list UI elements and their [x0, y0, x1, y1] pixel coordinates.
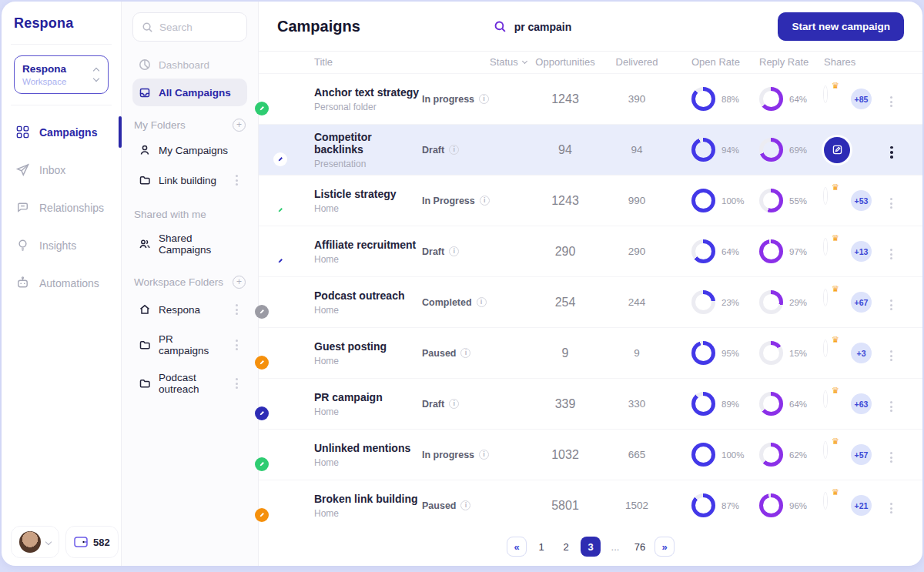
table-row[interactable]: Unlinked mentions Home In progress i 103…	[259, 429, 922, 480]
nav-item-relationships[interactable]: Relationships	[14, 189, 109, 226]
add-folder-button[interactable]: +	[233, 276, 246, 289]
table-row[interactable]: Guest posting Home Paused i 9 9 95% 15% …	[259, 327, 922, 378]
add-folder-button[interactable]: +	[233, 119, 246, 132]
col-status[interactable]: Status	[422, 56, 527, 68]
campaign-title[interactable]: Listicle strategy	[314, 188, 422, 200]
sidebar-item-shared-campaigns[interactable]: Shared Campaigns	[132, 225, 247, 263]
start-new-campaign-button[interactable]: Start new campaign	[778, 12, 904, 41]
row-menu-button[interactable]	[887, 246, 896, 263]
reply-rate-ring	[759, 239, 783, 263]
shares-count-badge[interactable]: +13	[851, 241, 872, 262]
sidebar-item-link-building[interactable]: Link building	[132, 164, 247, 196]
shares-count-badge[interactable]: +67	[851, 292, 872, 313]
shares-count-badge[interactable]: +63	[851, 393, 872, 414]
table-row[interactable]: PR campaign Home Draft i 339 330 89% 64%…	[259, 378, 922, 429]
info-icon[interactable]: i	[449, 145, 459, 155]
send-icon	[15, 162, 30, 177]
shared-user-avatar[interactable]: ♛	[824, 240, 847, 263]
folder-menu-button[interactable]	[233, 375, 241, 392]
pagination-page-1[interactable]: 1	[531, 537, 551, 557]
nav-item-campaigns[interactable]: Campaigns	[14, 113, 109, 151]
pagination-page-76[interactable]: 76	[630, 537, 650, 557]
credits-chip[interactable]: 582	[65, 526, 119, 558]
shares-count-badge[interactable]: +57	[851, 444, 872, 465]
row-menu-button[interactable]	[887, 93, 896, 110]
shared-user-avatar[interactable]: ♛	[824, 189, 847, 212]
page-header: Campaigns Start new campaign	[259, 2, 922, 51]
pagination-ellipsis: ...	[605, 537, 625, 557]
campaign-title[interactable]: Anchor text strategy	[314, 86, 422, 99]
info-icon[interactable]: i	[479, 450, 489, 460]
sidebar-search-input[interactable]	[159, 22, 238, 33]
sidebar-item-all-campaigns[interactable]: All Campaigns	[132, 79, 247, 106]
shares-count-badge[interactable]: +3	[851, 343, 872, 363]
row-menu-button[interactable]	[887, 143, 896, 162]
shared-user-avatar[interactable]: ♛	[824, 393, 847, 416]
row-menu-button[interactable]	[887, 347, 896, 364]
shares-count-badge[interactable]: +53	[851, 190, 872, 211]
table-row[interactable]: Competitor backlinks Presentation Draft …	[259, 124, 922, 175]
folder-menu-button[interactable]	[233, 301, 241, 318]
campaign-title[interactable]: Competitor backlinks	[314, 131, 422, 156]
campaign-title[interactable]: Podcast outreach	[314, 289, 422, 302]
shares-count-badge[interactable]: +85	[851, 89, 872, 109]
table-row[interactable]: Anchor text strategy Personal folder In …	[259, 73, 922, 124]
info-icon[interactable]: i	[479, 94, 489, 104]
sidebar-item-pr-campaigns[interactable]: PR campaigns	[132, 326, 247, 364]
sidebar-item-label: Link building	[159, 175, 225, 186]
info-icon[interactable]: i	[449, 246, 459, 256]
campaign-search[interactable]	[330, 20, 778, 33]
row-menu-button[interactable]	[887, 195, 896, 212]
section-title: Shared with me	[134, 209, 206, 220]
shared-user-avatar[interactable]: ♛	[824, 88, 847, 111]
open-rate-value: 88%	[721, 95, 739, 104]
campaign-title[interactable]: Guest posting	[314, 340, 422, 353]
info-icon[interactable]: i	[460, 500, 470, 510]
campaign-title[interactable]: PR campaign	[314, 391, 422, 403]
shared-user-avatar[interactable]: ♛	[824, 342, 847, 365]
shares-count-badge[interactable]: +21	[851, 495, 872, 516]
pagination-next-button[interactable]: »	[654, 537, 675, 557]
shared-user-avatar[interactable]: ♛	[824, 494, 847, 517]
folder-menu-button[interactable]	[233, 172, 241, 189]
info-icon[interactable]: i	[477, 297, 487, 307]
row-menu-button[interactable]	[887, 398, 896, 415]
pagination-page-2[interactable]: 2	[556, 537, 576, 557]
info-icon[interactable]: i	[480, 196, 490, 206]
workspace-label: Workspace	[22, 77, 66, 86]
row-menu-button[interactable]	[887, 296, 896, 313]
table-row[interactable]: Broken link building Home Paused i 5801 …	[259, 480, 922, 530]
row-menu-button[interactable]	[887, 449, 896, 466]
edit-campaign-button[interactable]	[824, 137, 850, 163]
folder-menu-button[interactable]	[233, 336, 241, 353]
nav-item-inbox[interactable]: Inbox	[14, 151, 109, 189]
table-row[interactable]: Affiliate recruitment Home Draft i 290 2…	[259, 226, 922, 276]
status-label: Draft	[422, 246, 444, 257]
pagination-prev-button[interactable]: «	[507, 537, 527, 557]
nav-item-insights[interactable]: Insights	[14, 226, 109, 264]
info-icon[interactable]: i	[449, 399, 459, 409]
campaign-title[interactable]: Broken link building	[314, 493, 422, 505]
table-row[interactable]: Listicle strategy Home In Progress i 124…	[259, 175, 922, 226]
crown-icon: ♛	[832, 285, 839, 293]
info-icon[interactable]: i	[460, 348, 470, 358]
pagination-page-3[interactable]: 3	[581, 537, 601, 557]
campaign-title[interactable]: Affiliate recruitment	[314, 239, 422, 251]
table-row[interactable]: Podcast outreach Home Completed i 254 24…	[259, 276, 922, 327]
sidebar-item-podcast-outreach[interactable]: Podcast outreach	[132, 364, 247, 403]
open-rate-ring	[691, 189, 715, 212]
delivered-value: 330	[604, 398, 670, 410]
campaign-title[interactable]: Unlinked mentions	[314, 442, 422, 454]
workspace-selector[interactable]: Respona Workspace	[14, 55, 109, 94]
shared-user-avatar[interactable]: ♛	[824, 443, 847, 467]
sidebar-item-dashboard[interactable]: Dashboard	[132, 51, 247, 79]
shared-user-avatar[interactable]: ♛	[824, 291, 847, 314]
user-menu[interactable]	[11, 526, 59, 558]
sidebar-item-my-campaigns[interactable]: My Campaigns	[132, 136, 247, 164]
open-rate-value: 100%	[721, 450, 744, 460]
row-menu-button[interactable]	[887, 500, 896, 517]
nav-item-automations[interactable]: Automations	[14, 264, 109, 302]
sidebar-item-respona-folder[interactable]: Respona	[132, 293, 247, 326]
campaign-search-input[interactable]	[514, 21, 614, 33]
sidebar-search[interactable]	[132, 12, 247, 42]
